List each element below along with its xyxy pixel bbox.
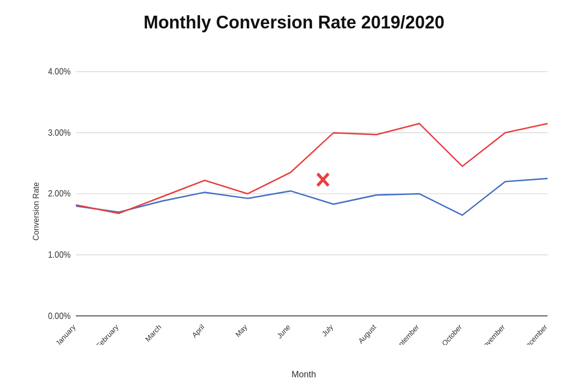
svg-text:January: January (54, 322, 77, 345)
y-axis-label: Conversion Rate (24, 43, 44, 380)
svg-text:April: April (191, 323, 206, 340)
svg-text:3.00%: 3.00% (48, 128, 71, 138)
svg-text:1.00%: 1.00% (48, 250, 71, 260)
svg-text:November: November (478, 323, 506, 345)
chart-area: 4.00% 3.00% 2.00% 1.00% 0.00% ✕ (44, 43, 564, 380)
svg-text:0.00%: 0.00% (48, 311, 71, 321)
svg-text:September: September (391, 323, 420, 345)
svg-wrapper: 4.00% 3.00% 2.00% 1.00% 0.00% ✕ (44, 43, 564, 345)
chart-svg: 4.00% 3.00% 2.00% 1.00% 0.00% ✕ (44, 43, 564, 345)
svg-text:August: August (357, 323, 377, 345)
chart-body: Conversion Rate (24, 43, 564, 380)
svg-text:December: December (521, 323, 549, 345)
blue-line (76, 178, 548, 215)
chart-container: Monthly Conversion Rate 2019/2020 Conver… (24, 12, 564, 380)
svg-text:May: May (234, 322, 249, 339)
chart-title: Monthly Conversion Rate 2019/2020 (144, 12, 444, 33)
svg-text:March: March (144, 323, 163, 343)
red-line (76, 123, 548, 213)
svg-text:4.00%: 4.00% (48, 67, 71, 77)
svg-text:October: October (441, 323, 463, 345)
x-marker: ✕ (314, 168, 331, 193)
svg-text:June: June (276, 323, 292, 340)
x-axis-title: Month (44, 369, 564, 380)
svg-text:February: February (95, 322, 120, 345)
svg-text:2.00%: 2.00% (48, 189, 71, 199)
svg-text:July: July (320, 322, 335, 338)
